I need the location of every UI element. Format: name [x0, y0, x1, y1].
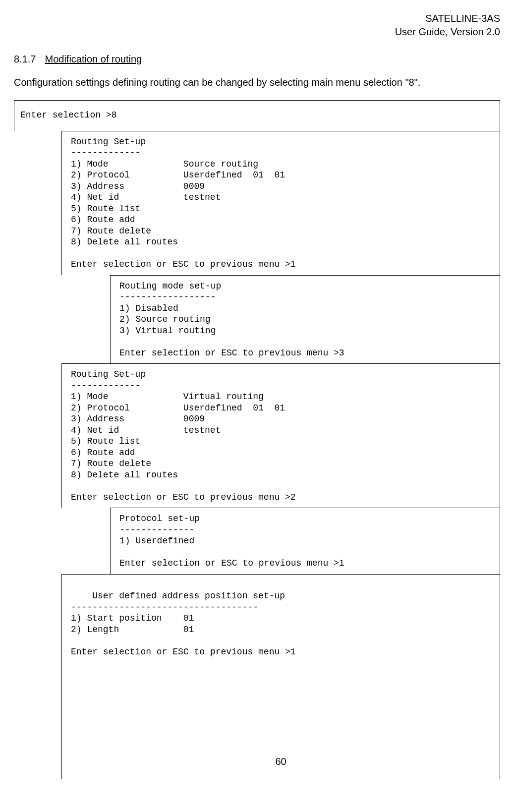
header-line2: User Guide, Version 2.0	[14, 25, 500, 39]
terminal-user-defined-position: User defined address position set-up ---…	[61, 574, 500, 779]
section-heading: 8.1.7Modification of routing	[14, 54, 500, 65]
terminal-user-defined-position-text: User defined address position set-up ---…	[71, 591, 296, 657]
page-number: 60	[275, 755, 286, 768]
terminal-routing-setup-2: Routing Set-up ------------- 1) Mode Vir…	[61, 363, 500, 508]
section-title-text: Modification of routing	[45, 54, 142, 64]
terminal-routing-mode: Routing mode set-up ------------------ 1…	[110, 275, 500, 364]
header-line1: SATELLINE-3AS	[14, 12, 500, 25]
terminal-protocol-setup: Protocol set-up -------------- 1) Userde…	[110, 508, 500, 574]
section-number: 8.1.7	[14, 54, 36, 65]
page-header: SATELLINE-3AS User Guide, Version 2.0	[14, 12, 500, 39]
terminal-routing-setup-1: Routing Set-up ------------- 1) Mode Sou…	[61, 131, 500, 275]
intro-paragraph: Configuration settings defining routing …	[14, 77, 500, 88]
terminal-step-1: Enter selection >8	[14, 100, 500, 131]
